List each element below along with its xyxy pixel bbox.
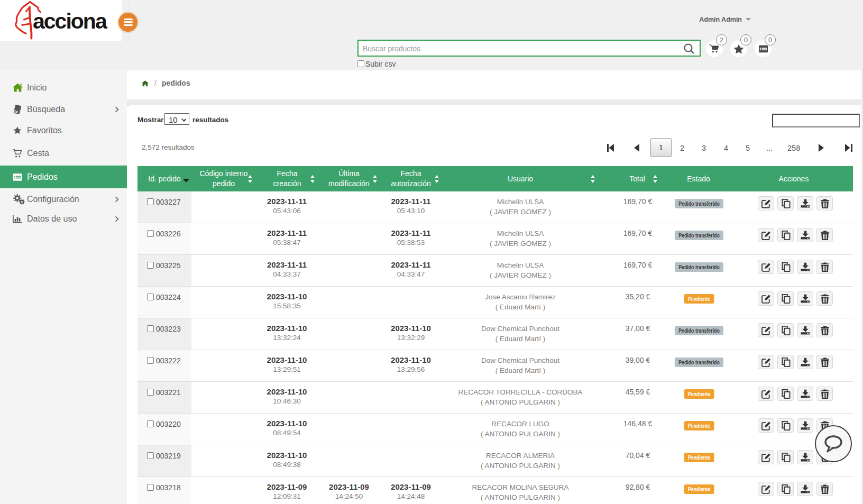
svg-text:acciona: acciona	[33, 9, 108, 33]
